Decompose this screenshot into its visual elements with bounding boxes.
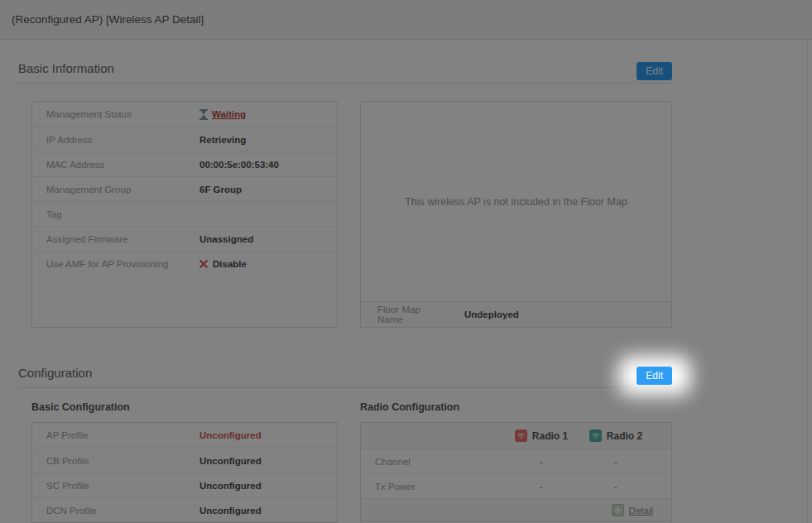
dim-overlay bbox=[0, 0, 812, 523]
configuration-edit-button[interactable]: Edit bbox=[637, 367, 672, 385]
